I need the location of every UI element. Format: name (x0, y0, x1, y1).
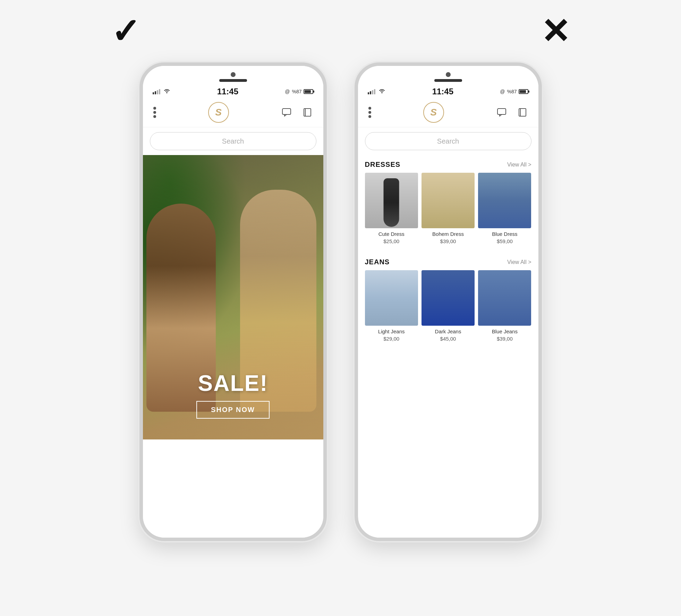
left-phone-section: 11:45 @ %87 S (139, 62, 327, 541)
page-container: ✓ ✕ (0, 0, 681, 616)
sale-title: SALE! (196, 370, 270, 396)
dark-jeans-image (422, 270, 475, 326)
right-nav-dot-3 (368, 115, 371, 118)
blue-dress-price: $59,00 (497, 238, 513, 244)
right-message-icon[interactable] (494, 105, 509, 120)
phone-bottom-space (143, 527, 323, 538)
status-left (153, 88, 171, 95)
right-status-right: @ %87 (500, 89, 528, 94)
signal-bar-2 (155, 91, 156, 94)
shop-now-button[interactable]: SHOP NOW (196, 401, 270, 419)
cute-dress-name: Cute Dress (378, 231, 405, 237)
jeans-header: JEANS View All > (365, 253, 531, 270)
right-signal-bar-4 (374, 89, 375, 94)
right-search-bar[interactable]: Search (365, 132, 531, 150)
light-jeans-price: $29,00 (383, 336, 399, 342)
dresses-section: DRESSES View All > Cute Dress $25,00 (365, 155, 531, 244)
signal-bar-3 (157, 90, 158, 94)
right-signal-bar-3 (372, 90, 373, 94)
right-signal-bar-2 (370, 91, 371, 94)
status-time: 11:45 (217, 87, 238, 96)
right-nav-dot-1 (368, 107, 371, 110)
bookmark-icon[interactable] (300, 105, 315, 120)
blue-jeans-name: Blue Jeans (492, 328, 518, 334)
left-phone-frame: 11:45 @ %87 S (139, 62, 327, 541)
blue-jeans-image (478, 270, 531, 326)
jeans-grid: Light Jeans $29,00 Dark Jeans $45,00 (365, 270, 531, 342)
right-wifi-icon (378, 88, 386, 95)
app-logo[interactable]: S (208, 102, 229, 123)
svg-rect-0 (282, 109, 291, 114)
right-status-bar: 11:45 @ %87 (358, 85, 538, 99)
cute-dress-image (365, 173, 418, 228)
blue-dress-img-art (478, 173, 531, 228)
right-bookmark-icon[interactable] (515, 105, 530, 120)
right-app-logo[interactable]: S (423, 102, 444, 123)
at-symbol: @ (285, 89, 290, 94)
search-container: Search (143, 127, 323, 155)
cute-dress-price: $25,00 (383, 238, 399, 244)
right-phone-top-notch (358, 66, 538, 85)
nav-icons-group (279, 105, 315, 120)
camera-dot (231, 72, 236, 77)
product-card-cute-dress[interactable]: Cute Dress $25,00 (365, 173, 418, 244)
right-phone-frame: 11:45 @ %87 S (355, 62, 542, 541)
light-jeans-name: Light Jeans (378, 328, 405, 334)
product-card-bohem-dress[interactable]: Bohem Dress $39,00 (422, 173, 475, 244)
right-camera-dot (446, 72, 451, 77)
light-jeans-image (365, 270, 418, 326)
right-status-left (368, 88, 386, 95)
dark-jeans-price: $45,00 (440, 336, 456, 342)
message-icon[interactable] (279, 105, 294, 120)
signal-bar-1 (153, 92, 154, 94)
sale-banner: SALE! SHOP NOW (143, 155, 323, 439)
cute-dress-img-art (365, 173, 418, 228)
blue-dress-name: Blue Dress (492, 231, 517, 237)
wifi-icon (163, 88, 171, 95)
phone-speaker (219, 79, 247, 82)
signal-bar-4 (159, 89, 160, 94)
right-app-nav-bar: S (358, 99, 538, 127)
bohem-dress-name: Bohem Dress (432, 231, 464, 237)
right-nav-menu-dots[interactable] (366, 105, 373, 120)
right-battery-fill (520, 90, 526, 93)
signal-bars-icon (153, 89, 160, 94)
jeans-view-all[interactable]: View All > (507, 259, 531, 265)
right-phone-bottom-space (358, 527, 538, 538)
right-battery-icon (519, 89, 528, 94)
phone-content-area: SALE! SHOP NOW (143, 155, 323, 527)
right-at-symbol: @ (500, 89, 505, 94)
product-card-light-jeans[interactable]: Light Jeans $29,00 (365, 270, 418, 342)
x-mark-icon: ✕ (541, 14, 570, 49)
right-phone-speaker (434, 79, 462, 82)
product-card-dark-jeans[interactable]: Dark Jeans $45,00 (422, 270, 475, 342)
battery-icon (304, 89, 313, 94)
right-phone-section: 11:45 @ %87 S (355, 62, 542, 541)
dresses-title: DRESSES (365, 161, 401, 169)
jeans-title: JEANS (365, 258, 390, 266)
status-right: @ %87 (285, 89, 313, 94)
product-card-blue-dress[interactable]: Blue Dress $59,00 (478, 173, 531, 244)
search-bar[interactable]: Search (150, 132, 316, 150)
blue-jeans-img-art (478, 270, 531, 326)
dresses-header: DRESSES View All > (365, 155, 531, 173)
right-phone-content: DRESSES View All > Cute Dress $25,00 (358, 155, 538, 527)
search-placeholder: Search (222, 137, 244, 145)
right-signal-bars-icon (368, 89, 375, 94)
app-nav-bar: S (143, 99, 323, 127)
phone-top-notch (143, 66, 323, 85)
sale-text-area: SALE! SHOP NOW (196, 370, 270, 439)
dark-jeans-name: Dark Jeans (435, 328, 461, 334)
battery-fill (305, 90, 311, 93)
nav-menu-dots[interactable] (151, 105, 158, 120)
check-mark-icon: ✓ (111, 14, 140, 49)
right-status-time: 11:45 (432, 87, 453, 96)
bohem-dress-image (422, 173, 475, 228)
nav-dot-2 (153, 111, 156, 114)
product-card-blue-jeans[interactable]: Blue Jeans $39,00 (478, 270, 531, 342)
battery-percent: %87 (292, 89, 301, 94)
dresses-view-all[interactable]: View All > (507, 162, 531, 168)
bohem-dress-price: $39,00 (440, 238, 456, 244)
dark-jeans-img-art (422, 270, 475, 326)
blue-jeans-price: $39,00 (497, 336, 513, 342)
